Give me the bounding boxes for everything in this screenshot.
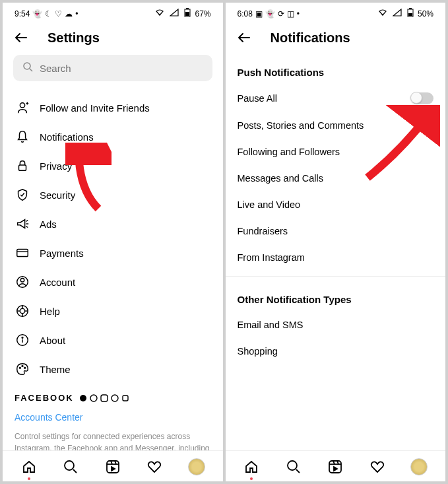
notif-label: Shopping [238,346,278,357]
svg-rect-2 [186,8,189,9]
menu-help[interactable]: Help [13,296,212,326]
battery-pct: 67% [195,9,210,18]
bottom-nav [226,450,446,481]
description-text: Control settings for connected experienc… [13,427,212,450]
heart-status-icon: ♡ [55,9,62,18]
nav-home[interactable] [20,458,38,476]
menu-account[interactable]: Account [13,267,212,296]
brand-label: FACEBOOK [13,384,212,405]
page-title: Settings [48,30,100,46]
signal-icon [391,9,402,18]
section-push: Push Notifications [236,55,435,85]
help-icon [15,303,30,319]
menu-theme[interactable]: Theme [13,355,212,384]
status-loop-icon: ⟳ [278,9,284,18]
status-app-icon: ▣ [255,9,263,18]
svg-rect-9 [19,165,26,170]
svg-point-31 [65,461,74,470]
person-plus-icon [15,100,30,116]
notif-label: Fundraisers [238,226,288,236]
cloud-icon: ☁ [65,9,73,18]
accounts-center-link[interactable]: Accounts Center [13,405,212,427]
divider [226,276,446,277]
notif-label: Messages and Calls [238,173,324,184]
notif-following[interactable]: Following and Followers [236,139,435,165]
search-box[interactable] [13,55,212,81]
notification-dot [28,477,30,480]
notif-pause-all[interactable]: Pause All [236,85,435,112]
svg-rect-30 [123,396,128,401]
status-bar: 9:54 👻 ☾ ♡ ☁ • 67% [3,3,223,20]
svg-line-5 [30,69,32,71]
battery-pct: 50% [418,9,433,18]
menu-label: Account [40,277,75,288]
nav-activity[interactable] [145,458,164,476]
bottom-nav [3,450,223,481]
battery-icon [183,8,191,19]
nav-profile[interactable] [410,458,428,476]
wifi-icon [154,9,164,18]
svg-point-25 [24,367,26,368]
wifi-icon [377,9,387,18]
status-bar: 6:08 ▣ 👻 ⟳ ◫ • 50% [226,3,446,20]
card-icon [15,245,30,261]
menu-ads[interactable]: Ads [13,209,212,238]
menu-label: About [40,335,65,346]
svg-point-15 [20,308,24,313]
svg-rect-3 [185,12,189,16]
menu-label: Privacy [40,160,72,172]
signal-icon [168,9,179,18]
nav-home[interactable] [242,458,261,476]
notifications-screen: 6:08 ▣ 👻 ⟳ ◫ • 50% [226,3,446,481]
menu-about[interactable]: About [13,326,212,355]
notif-label: Pause All [238,93,277,104]
notif-label: Email and SMS [238,320,304,330]
notif-label: Live and Video [238,199,301,210]
menu-notifications[interactable]: Notifications [13,122,212,151]
notif-fundraisers[interactable]: Fundraisers [236,218,435,244]
nav-search[interactable] [284,458,303,476]
nav-activity[interactable] [368,458,387,476]
back-icon[interactable] [13,30,29,46]
header: Notifications [226,20,446,55]
svg-point-24 [22,366,23,367]
notif-shopping[interactable]: Shopping [236,338,435,364]
nav-profile[interactable] [187,458,206,476]
notif-label: Posts, Stories and Comments [238,120,364,131]
notif-email-sms[interactable]: Email and SMS [236,312,435,338]
notif-from-instagram[interactable]: From Instagram [236,244,435,271]
brand-icons [79,394,129,402]
nav-search[interactable] [61,458,80,476]
svg-line-32 [73,469,77,473]
menu-label: Follow and Invite Friends [40,102,150,114]
menu-label: Notifications [40,131,94,143]
menu-label: Payments [40,248,84,259]
svg-point-37 [382,14,383,15]
menu-privacy[interactable]: Privacy [13,151,212,180]
menu-label: Security [40,190,75,201]
snapchat-icon: 👻 [265,9,275,18]
search-input[interactable] [40,63,203,74]
svg-rect-28 [101,395,108,401]
notification-dot [250,477,253,480]
header: Settings [3,20,223,55]
menu-security[interactable]: Security [13,180,212,209]
svg-rect-10 [17,250,28,257]
pause-all-toggle[interactable] [411,92,433,104]
notif-messages[interactable]: Messages and Calls [236,165,435,191]
notif-posts-stories[interactable]: Posts, Stories and Comments [236,112,435,139]
menu-payments[interactable]: Payments [13,238,212,267]
megaphone-icon [15,216,30,232]
snapchat-icon: 👻 [32,9,42,18]
menu-follow-invite[interactable]: Follow and Invite Friends [13,93,212,122]
notif-live[interactable]: Live and Video [236,191,435,218]
svg-rect-40 [408,13,412,16]
back-icon[interactable] [236,30,252,46]
svg-point-13 [20,279,24,283]
status-time: 6:08 [238,9,253,18]
svg-point-23 [19,367,20,368]
status-time: 9:54 [15,9,30,18]
nav-reels[interactable] [104,458,122,476]
svg-rect-39 [409,8,412,9]
nav-reels[interactable] [326,458,344,476]
